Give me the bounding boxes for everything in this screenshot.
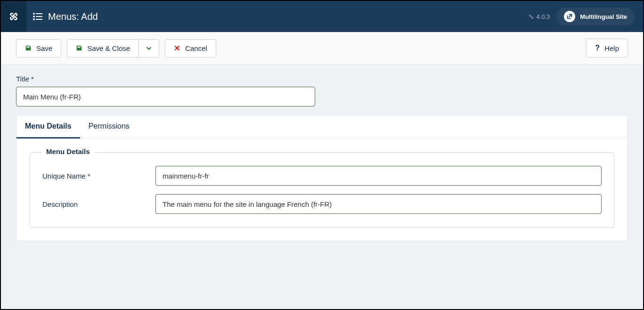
title-form-group: Title * (16, 75, 628, 106)
help-button[interactable]: ? Help (586, 39, 628, 57)
joomla-icon (8, 11, 19, 22)
description-input[interactable] (155, 194, 602, 214)
svg-rect-4 (36, 16, 42, 17)
site-link-label: Multilingual Site (580, 13, 627, 20)
app-header: Menus: Add 4.0.3 Multilingual Site (1, 1, 643, 32)
unique-name-row: Unique Name * (42, 166, 602, 186)
chevron-down-icon (146, 45, 152, 51)
unique-name-label: Unique Name * (42, 172, 155, 180)
panel-body: Menu Details Unique Name * Description (16, 139, 628, 241)
page-title: Menus: Add (48, 11, 98, 22)
tab-permissions[interactable]: Permissions (80, 115, 138, 139)
details-panel: Menu Details Permissions Menu Details Un… (16, 115, 628, 241)
version-text: 4.0.3 (536, 13, 550, 20)
help-icon: ? (595, 44, 600, 52)
description-label: Description (42, 200, 155, 208)
save-close-group: Save & Close (67, 39, 159, 57)
unique-name-input[interactable] (155, 166, 602, 186)
save-close-button[interactable]: Save & Close (67, 39, 139, 57)
list-icon (33, 12, 42, 21)
svg-point-2 (33, 18, 35, 20)
help-label: Help (604, 44, 619, 52)
header-right: 4.0.3 Multilingual Site (528, 8, 643, 25)
svg-rect-3 (36, 13, 42, 14)
cancel-button[interactable]: Cancel (165, 39, 216, 57)
toolbar-right: ? Help (586, 39, 628, 57)
fieldset-legend: Menu Details (41, 147, 95, 155)
joomla-small-icon (528, 14, 534, 20)
tabs: Menu Details Permissions (16, 115, 628, 139)
save-icon (76, 45, 82, 51)
save-icon (25, 45, 32, 51)
title-label: Title * (16, 75, 628, 83)
save-close-label: Save & Close (87, 44, 130, 52)
external-link-icon (564, 11, 575, 22)
version-badge[interactable]: 4.0.3 (528, 13, 550, 20)
svg-point-1 (33, 16, 35, 17)
tab-menu-details[interactable]: Menu Details (16, 115, 80, 139)
save-dropdown-button[interactable] (139, 39, 159, 57)
svg-point-0 (33, 13, 35, 15)
joomla-logo[interactable] (1, 1, 26, 32)
content-area: Title * Menu Details Permissions Menu De… (1, 65, 643, 310)
close-icon (174, 45, 180, 51)
save-label: Save (36, 44, 52, 52)
svg-rect-5 (36, 19, 42, 20)
toolbar: Save Save & Close Cancel ? Help (1, 32, 643, 65)
menu-details-fieldset: Menu Details Unique Name * Description (30, 152, 614, 228)
cancel-label: Cancel (185, 44, 207, 52)
save-button[interactable]: Save (16, 39, 61, 57)
page-title-wrap: Menus: Add (26, 11, 98, 22)
description-row: Description (42, 194, 602, 214)
title-input[interactable] (16, 87, 315, 106)
site-link-button[interactable]: Multilingual Site (556, 8, 635, 25)
